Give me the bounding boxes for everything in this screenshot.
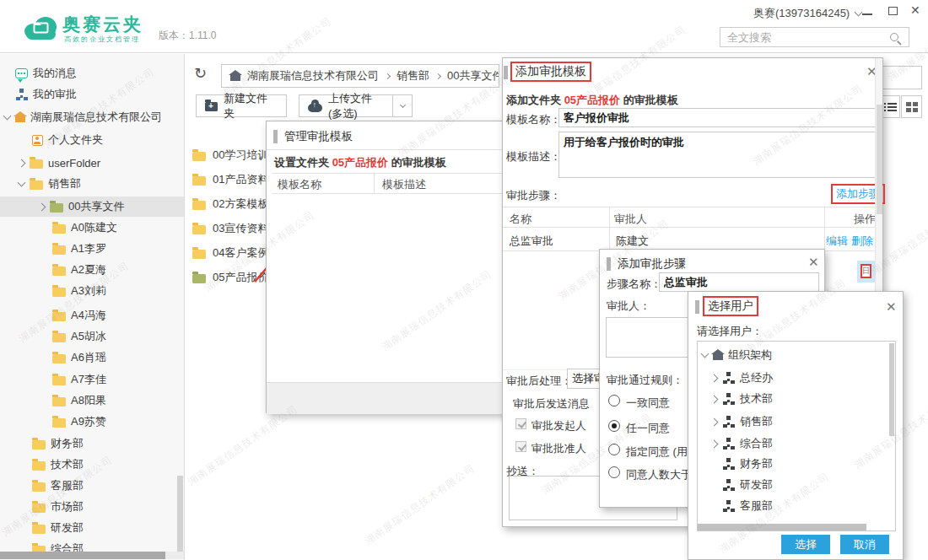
chevron-right-icon[interactable] (710, 374, 719, 382)
label: 销售部 (740, 414, 773, 429)
select-button[interactable]: 选择 (781, 535, 830, 554)
sidebar-hscroll-thumb[interactable] (0, 552, 165, 559)
sidebar-item-my-messages[interactable]: 我的消息 (0, 63, 184, 83)
sidebar-vscroll-thumb[interactable] (177, 476, 183, 552)
folder-icon (52, 418, 66, 428)
tree-item-finance-dept[interactable]: 财务部 (698, 455, 887, 473)
sidebar-item-a4[interactable]: A4冯海 (0, 305, 184, 326)
label: A7李佳 (71, 372, 106, 387)
hidden-action-button[interactable]: 日 (857, 261, 876, 283)
folder-icon (32, 440, 46, 450)
radio-count-greater[interactable] (608, 466, 620, 478)
search-icon[interactable] (890, 33, 898, 41)
checkbox-approver[interactable] (515, 441, 526, 452)
grid-view-button[interactable] (901, 95, 922, 118)
app-logo-title: 奥赛云夹 (62, 13, 143, 36)
home-icon[interactable] (230, 75, 240, 81)
notify-label: 审批后发送消息 (513, 396, 590, 412)
maximize-button[interactable] (888, 7, 898, 15)
file-row[interactable]: 03宣传资料 (192, 219, 268, 238)
edit-link[interactable]: 编辑 (826, 234, 848, 249)
dialog-title: 添加审批步骤 (618, 256, 686, 272)
sidebar-item-a9[interactable]: A9苏赞 (0, 412, 184, 432)
breadcrumb-folder[interactable]: 00共享文件 (447, 68, 499, 83)
topbar: 奥赛云夹 高效的企业文档管理 版本：1.11.0 奥赛(13973164245)… (0, 0, 928, 53)
chevron-right-icon (385, 73, 391, 78)
label: 组织架构 (728, 347, 772, 363)
sidebar-item-company-root[interactable]: 湖南展瑞信息技术有限公司 (0, 107, 184, 127)
upload-button[interactable]: 上传文件(多选) (299, 94, 393, 117)
account-menu[interactable]: 奥赛(13973164245) (753, 6, 861, 21)
content-search-input[interactable] (882, 66, 922, 89)
tree-vscroll-thumb[interactable] (889, 343, 894, 436)
sidebar-item-a8[interactable]: A8阳果 (0, 390, 184, 411)
tree-item-org-root[interactable]: 组织架构 (698, 346, 887, 364)
sidebar-item-service-dept[interactable]: 客服部 (0, 476, 184, 496)
tree-item-general-dept[interactable]: 综合部 (698, 434, 887, 453)
tree-hscroll-thumb[interactable] (698, 524, 866, 530)
cancel-button[interactable]: 取消 (840, 535, 889, 554)
chevron-right-icon[interactable] (710, 417, 719, 426)
template-name-input[interactable] (558, 108, 876, 127)
select-user-dialog: 选择用户 ✕ 请选择用户： 组织架构 总经办 技术部 销售部 (688, 291, 904, 560)
step-name-input[interactable] (659, 272, 819, 292)
radio-any-agree-label: 任一同意 (626, 421, 670, 436)
checkbox-initiator[interactable] (515, 418, 526, 429)
org-icon (722, 438, 735, 450)
template-name-label: 模板名称： (506, 112, 561, 127)
sidebar-item-tech-dept[interactable]: 技术部 (0, 455, 184, 475)
sidebar-item-a3[interactable]: A3刘莉 (0, 281, 184, 301)
chevron-right-icon[interactable] (710, 439, 719, 448)
chevron-right-icon[interactable] (710, 395, 719, 403)
sidebar-item-rd-dept[interactable]: 研发部 (0, 518, 184, 538)
close-icon[interactable]: ✕ (886, 300, 897, 313)
tree-item-general-office[interactable]: 总经办 (698, 369, 887, 387)
radio-unanimous[interactable] (608, 395, 620, 407)
close-window-button[interactable]: ✕ (910, 3, 920, 17)
new-folder-button[interactable]: 新建文件夹 (196, 94, 287, 117)
label: 客服部 (740, 498, 773, 514)
radio-designated[interactable] (608, 444, 620, 455)
chevron-right-icon[interactable] (38, 202, 46, 211)
file-row[interactable]: 01产品资料 (192, 170, 268, 189)
sidebar-item-a7[interactable]: A7李佳 (0, 369, 184, 390)
minimize-button[interactable] (862, 13, 872, 15)
sidebar-item-a5[interactable]: A5胡冰 (0, 326, 184, 347)
global-search-input[interactable] (720, 31, 890, 44)
chevron-down-icon[interactable] (3, 112, 12, 121)
column-header-name: 模板名称 (278, 177, 321, 192)
file-row[interactable]: 00学习培训 (192, 146, 268, 164)
sidebar-item-a1[interactable]: A1李罗 (0, 239, 184, 259)
breadcrumb-root[interactable]: 湖南展瑞信息技术有限公司 (247, 68, 379, 83)
sidebar-item-a0[interactable]: A0陈建文 (0, 218, 184, 238)
chevron-down-icon[interactable] (18, 179, 26, 187)
sidebar: 我的消息 我的审批 湖南展瑞信息技术有限公司 个人文件夹 userFolder … (0, 54, 185, 560)
sidebar-item-sales-dept[interactable]: 销售部 (0, 174, 184, 194)
tree-item-tech-dept[interactable]: 技术部 (698, 390, 887, 408)
sidebar-item-finance-dept[interactable]: 财务部 (0, 433, 184, 454)
sidebar-item-user-folder[interactable]: userFolder (0, 153, 184, 173)
upload-dropdown-button[interactable] (392, 94, 413, 117)
sidebar-item-a6[interactable]: A6肖瑶 (0, 347, 184, 368)
folder-icon (30, 180, 43, 190)
close-icon[interactable]: ✕ (808, 256, 819, 268)
sidebar-item-shared-files[interactable]: 00共享文件 (0, 197, 184, 217)
delete-link[interactable]: 删除 (851, 234, 873, 249)
radio-any-agree[interactable] (608, 420, 620, 432)
file-row[interactable]: 02方案模板 (192, 195, 268, 213)
tree-item-service-dept[interactable]: 客服部 (698, 497, 887, 515)
tree-item-sales-dept[interactable]: 销售部 (698, 412, 887, 431)
sidebar-item-my-approvals[interactable]: 我的审批 (0, 84, 184, 105)
sidebar-item-market-dept[interactable]: 市场部 (0, 497, 184, 517)
breadcrumb-dept[interactable]: 销售部 (397, 68, 429, 83)
post-process-label: 审批后处理： (506, 374, 572, 389)
dialog-vscroll-thumb[interactable] (877, 105, 882, 214)
chevron-right-icon[interactable] (18, 159, 26, 167)
sidebar-item-personal-folder[interactable]: 个人文件夹 (0, 130, 184, 150)
org-icon (722, 500, 735, 512)
tree-item-rd-dept[interactable]: 研发部 (698, 476, 887, 494)
template-desc-textarea[interactable]: 用于给客户报价时的审批 (558, 132, 876, 178)
chevron-down-icon[interactable] (701, 350, 709, 358)
refresh-icon[interactable]: ↻ (194, 64, 207, 83)
sidebar-item-a2[interactable]: A2夏海 (0, 260, 184, 280)
